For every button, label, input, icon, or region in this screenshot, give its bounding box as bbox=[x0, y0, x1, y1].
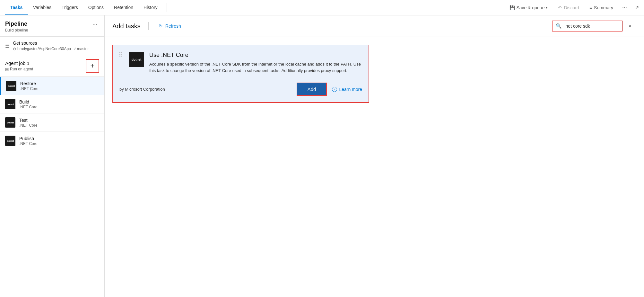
main-layout: Pipeline Build pipeline ··· ☰ Get source… bbox=[0, 15, 644, 297]
task-info-test: Test .NET Core bbox=[19, 118, 37, 128]
agent-icon: ▤ bbox=[5, 67, 9, 71]
tab-variables[interactable]: Variables bbox=[28, 0, 57, 15]
nav-actions: 💾 Save & queue ▾ ↶ Discard ≡ Summary ···… bbox=[506, 3, 639, 12]
task-info-build: Build .NET Core bbox=[19, 99, 37, 109]
task-info-publish: Publish .NET Core bbox=[19, 136, 37, 146]
task-card-header: dotnet Use .NET Core Acquires a specific… bbox=[119, 52, 362, 74]
get-sources-section[interactable]: ☰ Get sources ⊙ bradygaster/AspNetCore30… bbox=[0, 37, 104, 55]
search-box: 🔍 bbox=[552, 21, 622, 32]
task-item-test[interactable]: dotnet Test .NET Core bbox=[0, 113, 104, 132]
list-icon: ☰ bbox=[5, 43, 10, 49]
add-task-button[interactable]: + bbox=[86, 59, 99, 73]
tab-history[interactable]: History bbox=[138, 0, 163, 15]
pipeline-info: Pipeline Build pipeline bbox=[5, 21, 28, 32]
task-name-build: Build bbox=[19, 99, 37, 104]
task-card-info: Use .NET Core Acquires a specific versio… bbox=[149, 52, 362, 74]
task-cards-area: dotnet Use .NET Core Acquires a specific… bbox=[105, 37, 644, 111]
github-icon: ⊙ bbox=[13, 47, 16, 51]
search-icon: 🔍 bbox=[556, 23, 562, 29]
task-card-dotnet: dotnet Use .NET Core Acquires a specific… bbox=[112, 45, 369, 103]
search-input[interactable] bbox=[564, 23, 619, 29]
discard-icon: ↶ bbox=[558, 5, 562, 10]
task-card-author: by Microsoft Corporation bbox=[119, 87, 165, 92]
add-tasks-header: Add tasks ↻ Refresh 🔍 × bbox=[105, 15, 644, 37]
task-card-actions: Add i Learn more bbox=[297, 83, 362, 96]
chevron-down-icon: ▾ bbox=[546, 5, 548, 10]
repo-info: ⊙ bradygaster/AspNetCore30App bbox=[13, 47, 71, 51]
learn-more-button[interactable]: i Learn more bbox=[332, 87, 362, 92]
get-sources-meta: ⊙ bradygaster/AspNetCore30App ⑂ master bbox=[13, 47, 99, 51]
task-card-name: Use .NET Core bbox=[149, 52, 362, 59]
agent-job-info: Agent job 1 ▤ Run on agent bbox=[5, 60, 33, 71]
header-divider bbox=[148, 22, 149, 30]
task-list: dotnet Restore .NET Core dotnet Build .N… bbox=[0, 77, 104, 150]
get-sources-info: Get sources ⊙ bradygaster/AspNetCore30Ap… bbox=[13, 40, 99, 51]
task-name-publish: Publish bbox=[19, 136, 37, 141]
task-card-icon-dotnet: dotnet bbox=[129, 52, 144, 67]
task-icon-publish: dotnet bbox=[5, 136, 15, 146]
task-type-test: .NET Core bbox=[19, 123, 37, 128]
pipeline-header: Pipeline Build pipeline ··· bbox=[0, 15, 104, 37]
branch-info: ⑂ master bbox=[74, 47, 89, 51]
tab-options[interactable]: Options bbox=[83, 0, 109, 15]
task-item-build[interactable]: dotnet Build .NET Core bbox=[0, 95, 104, 113]
expand-button[interactable]: ↗ bbox=[635, 4, 639, 11]
nav-tabs: Tasks Variables Triggers Options Retenti… bbox=[5, 0, 163, 15]
pipeline-more-button[interactable]: ··· bbox=[91, 21, 99, 29]
clear-button-box: × bbox=[622, 21, 636, 31]
task-name-restore: Restore bbox=[20, 81, 38, 86]
task-type-build: .NET Core bbox=[19, 105, 37, 109]
plus-icon: + bbox=[91, 62, 95, 70]
nav-divider bbox=[167, 3, 167, 12]
drag-handle bbox=[119, 52, 122, 57]
agent-job-title: Agent job 1 bbox=[5, 60, 33, 66]
agent-job-subtitle: ▤ Run on agent bbox=[5, 67, 33, 71]
left-panel: Pipeline Build pipeline ··· ☰ Get source… bbox=[0, 15, 105, 297]
task-icon-restore: dotnet bbox=[6, 81, 16, 91]
get-sources-title: Get sources bbox=[13, 40, 99, 46]
task-card-footer: by Microsoft Corporation Add i Learn mor… bbox=[119, 79, 362, 96]
refresh-icon: ↻ bbox=[159, 23, 163, 29]
agent-job-section: Agent job 1 ▤ Run on agent + bbox=[0, 55, 104, 77]
tab-tasks[interactable]: Tasks bbox=[5, 0, 28, 15]
branch-icon: ⑂ bbox=[74, 47, 76, 51]
right-panel: Add tasks ↻ Refresh 🔍 × bbox=[105, 15, 644, 297]
add-tasks-title: Add tasks bbox=[112, 22, 141, 30]
discard-button[interactable]: ↶ Discard bbox=[554, 3, 583, 12]
task-type-restore: .NET Core bbox=[20, 86, 38, 91]
task-info-restore: Restore .NET Core bbox=[20, 81, 38, 91]
task-name-test: Test bbox=[19, 118, 37, 123]
add-button[interactable]: Add bbox=[297, 83, 327, 96]
tab-retention[interactable]: Retention bbox=[109, 0, 138, 15]
refresh-button[interactable]: ↻ Refresh bbox=[156, 22, 184, 30]
tab-triggers[interactable]: Triggers bbox=[57, 0, 83, 15]
pipeline-subtitle: Build pipeline bbox=[5, 28, 28, 32]
pipeline-title: Pipeline bbox=[5, 21, 28, 27]
more-options-button[interactable]: ··· bbox=[620, 3, 630, 12]
save-queue-button[interactable]: 💾 Save & queue ▾ bbox=[506, 3, 552, 12]
search-area: 🔍 × bbox=[552, 21, 636, 32]
top-navigation: Tasks Variables Triggers Options Retenti… bbox=[0, 0, 644, 15]
summary-lines-icon: ≡ bbox=[589, 5, 592, 10]
summary-button[interactable]: ≡ Summary bbox=[586, 3, 617, 12]
clear-search-button[interactable]: × bbox=[627, 23, 633, 29]
task-card-description: Acquires a specific version of the .NET … bbox=[149, 61, 362, 74]
task-item-publish[interactable]: dotnet Publish .NET Core bbox=[0, 132, 104, 150]
task-type-publish: .NET Core bbox=[19, 141, 37, 146]
task-item-restore[interactable]: dotnet Restore .NET Core bbox=[0, 77, 104, 95]
info-icon: i bbox=[332, 87, 337, 92]
task-icon-test: dotnet bbox=[5, 117, 15, 128]
task-icon-build: dotnet bbox=[5, 99, 15, 109]
save-icon: 💾 bbox=[509, 5, 515, 10]
